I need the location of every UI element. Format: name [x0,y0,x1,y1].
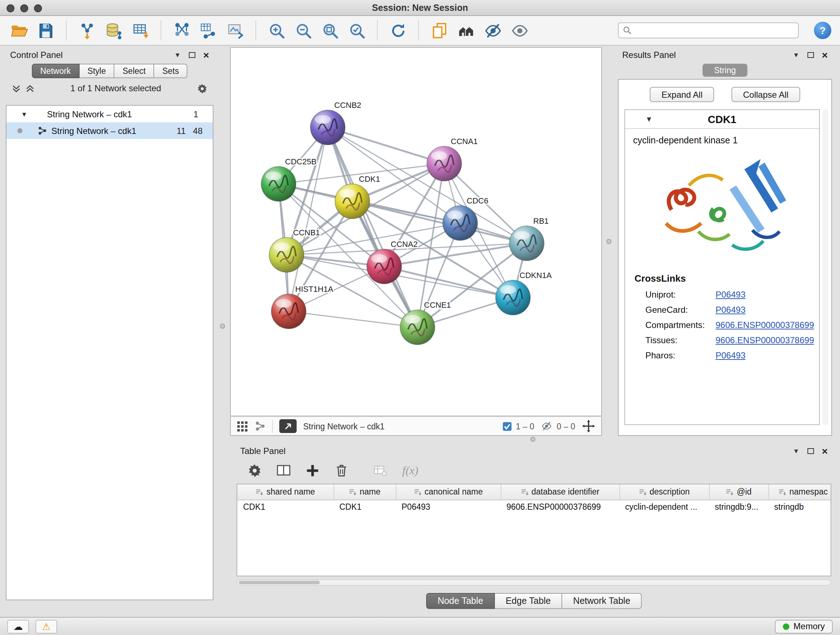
crosslink-link[interactable]: P06493 [715,289,745,299]
splitter-grip[interactable] [606,239,611,244]
gene-card-header[interactable]: ▼ CDK1 [625,110,819,129]
expand-all-networks-icon[interactable] [11,84,21,93]
column-header-database-identifier[interactable]: database identifier [501,485,619,500]
column-header-name[interactable]: name [333,485,396,500]
open-in-window-button[interactable] [279,419,297,433]
table-options-gear-icon[interactable] [248,463,262,478]
network-edge-CCNB2-CCNE1[interactable] [328,127,417,327]
column-header-namespac[interactable]: namespac [768,485,831,500]
network-node-CDC6[interactable] [443,206,477,241]
import-network-from-database-icon[interactable] [103,19,124,41]
import-table-from-file-icon[interactable] [130,19,150,41]
tab-style[interactable]: Style [80,64,115,78]
export-network-image-icon[interactable] [225,19,245,41]
tab-select[interactable]: Select [115,64,155,78]
cloud-status-button[interactable]: ☁ [7,619,29,633]
table-cell[interactable]: 9606.ENSP00000378699 [501,500,619,514]
collapse-section-icon[interactable]: ▼ [645,116,653,123]
show-columns-icon[interactable] [276,463,291,478]
close-panel-icon[interactable]: × [203,50,209,60]
pan-move-icon[interactable] [582,419,595,433]
results-scrollbar[interactable] [823,109,829,425]
collapse-all-networks-icon[interactable] [25,84,35,93]
import-network-from-file-icon[interactable] [77,19,97,41]
network-edge-CCNB2-HIST1H1A[interactable] [289,127,328,311]
network-node-CCNA2[interactable] [367,249,401,284]
network-edge-CCNB2-CCNA1[interactable] [328,127,444,164]
collapse-panel-icon[interactable]: ▼ [793,448,799,454]
network-node-CCNE1[interactable] [400,310,435,345]
crosslink-link[interactable]: 9606.ENSP00000378699 [715,335,814,345]
search-input[interactable] [635,26,794,35]
network-node-HIST1H1A[interactable] [271,294,306,329]
table-cell[interactable]: P06493 [396,500,501,514]
collapse-panel-icon[interactable]: ▼ [793,52,799,58]
table-cell[interactable]: cyclin-dependent ... [619,500,709,514]
network-node-CDKN1A[interactable] [496,280,531,315]
zoom-out-icon[interactable] [293,19,313,41]
grid-view-icon[interactable] [237,420,248,432]
tree-expand-icon[interactable]: ▼ [21,111,27,118]
new-network-from-table-icon[interactable] [198,19,218,41]
annotation-icon[interactable] [429,19,449,41]
zoom-fit-icon[interactable] [320,19,340,41]
column-header-shared-name[interactable]: shared name [237,485,333,500]
column-header-description[interactable]: description [619,485,709,500]
table-horizontal-scrollbar[interactable] [237,579,831,586]
network-node-CCNB1[interactable] [269,238,304,272]
table-row[interactable]: CDK1CDK1P064939606.ENSP00000378699cyclin… [237,500,831,514]
search-box[interactable] [618,22,799,38]
tab-sets[interactable]: Sets [155,64,188,78]
show-all-icon[interactable] [509,19,530,41]
network-view[interactable]: CCNB2CCNA1CDC25BCDK1CDC6RB1CCNB1CCNA2CDK… [230,47,602,416]
table-cell[interactable]: stringdb:9... [709,500,768,514]
scrollbar-thumb[interactable] [239,581,320,584]
float-panel-icon[interactable] [189,52,195,58]
network-node-CCNB2[interactable] [310,110,345,145]
tab-node-table[interactable]: Node Table [426,593,495,609]
network-node-CDC25B[interactable] [261,166,296,201]
first-neighbors-icon[interactable] [456,19,476,41]
tab-network[interactable]: Network [32,64,79,78]
network-node-CDK1[interactable] [335,184,370,219]
splitter-grip[interactable] [220,324,225,329]
network-canvas-svg[interactable]: CCNB2CCNA1CDC25BCDK1CDC6RB1CCNB1CCNA2CDK… [231,48,601,416]
help-icon[interactable]: ? [814,22,831,39]
hide-selected-icon[interactable] [483,19,503,41]
network-node-CCNA1[interactable] [427,146,462,181]
title-bar[interactable]: Session: New Session [0,0,840,16]
tab-network-table[interactable]: Network Table [562,593,642,609]
network-options-gear-icon[interactable] [197,83,208,94]
crosslink-link[interactable]: P06493 [715,304,745,315]
collapse-all-button[interactable]: Collapse All [731,87,800,102]
expand-all-button[interactable]: Expand All [650,87,714,102]
new-network-icon[interactable] [172,19,192,41]
save-session-icon[interactable] [35,19,56,41]
zoom-in-icon[interactable] [266,19,286,41]
network-share-icon[interactable] [255,421,265,432]
crosslink-link[interactable]: P06493 [715,350,745,360]
hidden-eye-slash-icon[interactable] [541,421,553,432]
add-column-icon[interactable] [305,463,320,478]
close-panel-icon[interactable]: × [822,446,828,456]
maximize-window-button[interactable] [34,4,42,12]
network-node-RB1[interactable] [509,226,544,261]
tab-edge-table[interactable]: Edge Table [495,593,562,609]
selected-checkbox-icon[interactable] [502,421,512,431]
warnings-button[interactable]: ⚠ [35,619,57,633]
open-session-icon[interactable] [9,19,29,41]
collapse-panel-icon[interactable]: ▼ [174,52,181,58]
table-cell[interactable]: CDK1 [237,500,333,514]
splitter-grip[interactable] [531,437,535,442]
close-panel-icon[interactable]: × [822,50,828,60]
network-row-selected[interactable]: String Network – cdk1 11 48 [6,122,213,139]
column-header-canonical-name[interactable]: canonical name [396,485,501,500]
delete-column-icon[interactable] [334,463,349,478]
float-panel-icon[interactable] [807,52,814,58]
network-edge-HIST1H1A-CCNE1[interactable] [289,311,417,327]
float-panel-icon[interactable] [807,448,814,454]
minimize-window-button[interactable] [20,4,28,12]
close-window-button[interactable] [6,4,14,12]
table-cell[interactable]: CDK1 [333,500,396,514]
tab-string[interactable]: String [703,64,747,77]
